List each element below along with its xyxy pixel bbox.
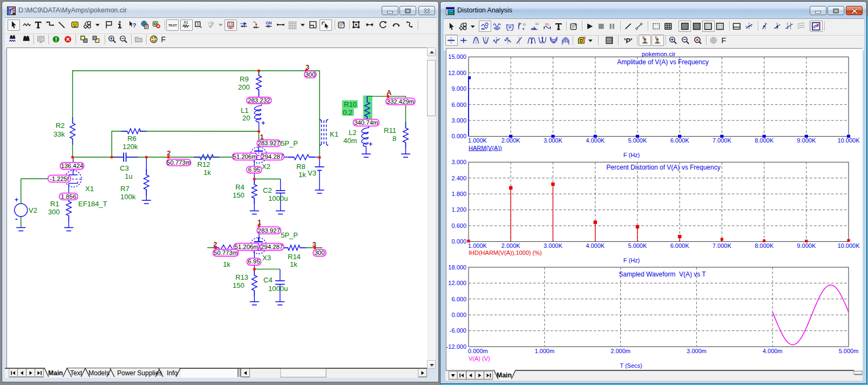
- svg-text:Text: Text: [70, 369, 83, 377]
- svg-text:R1: R1: [50, 200, 59, 208]
- svg-text:6.95: 6.95: [248, 258, 260, 265]
- svg-text:R6: R6: [127, 134, 137, 143]
- svg-text:'P': 'P': [624, 37, 632, 45]
- svg-text:C4: C4: [263, 276, 273, 284]
- svg-text:1.0: 1.0: [535, 22, 539, 25]
- svg-text:294.287: 294.287: [261, 244, 283, 250]
- svg-text:Sampled Waveform V(A) vs T: Sampled Waveform V(A) vs T: [619, 271, 706, 278]
- svg-text:1u: 1u: [125, 172, 132, 180]
- svg-text:283.927: 283.927: [258, 227, 280, 234]
- svg-text:0.000: 0.000: [451, 312, 466, 318]
- svg-text:L2: L2: [349, 129, 356, 137]
- svg-text:18.000: 18.000: [448, 264, 466, 271]
- svg-text:3.000: 3.000: [451, 159, 466, 165]
- svg-text:3.000m: 3.000m: [687, 348, 707, 354]
- svg-text:5.000m: 5.000m: [839, 348, 859, 354]
- svg-text:8.000K: 8.000K: [755, 137, 774, 144]
- svg-text:TEXT: TEXT: [168, 23, 177, 27]
- svg-text:1.000K: 1.000K: [468, 242, 487, 249]
- svg-text:0.600: 0.600: [451, 222, 466, 229]
- svg-text:1000u: 1000u: [268, 285, 288, 293]
- svg-text:120k: 120k: [123, 143, 138, 151]
- svg-text:9.000K: 9.000K: [797, 242, 816, 249]
- svg-text:4.000m: 4.000m: [763, 348, 783, 354]
- svg-text:12.000: 12.000: [448, 70, 466, 76]
- svg-text:5.000K: 5.000K: [628, 242, 647, 249]
- svg-text:15.000: 15.000: [448, 53, 466, 60]
- svg-text:R12: R12: [198, 160, 211, 168]
- svg-text:3: 3: [313, 240, 316, 248]
- svg-text:A: A: [386, 89, 392, 97]
- svg-text:2: 2: [213, 240, 217, 248]
- svg-text:C2: C2: [263, 186, 272, 194]
- svg-text:F: F: [721, 36, 726, 44]
- svg-text:33k: 33k: [53, 130, 65, 138]
- svg-text:340.74m: 340.74m: [354, 119, 378, 126]
- svg-text:Power Supplies: Power Supplies: [117, 369, 162, 377]
- svg-text:0.2: 0.2: [343, 109, 352, 117]
- svg-text:IHD(HARM(V(A)),1000) (%): IHD(HARM(V(A)),1000) (%): [469, 249, 542, 256]
- svg-text:4.000K: 4.000K: [586, 137, 605, 144]
- svg-text:F (Hz): F (Hz): [623, 152, 640, 158]
- svg-text:6.95: 6.95: [248, 166, 260, 173]
- svg-text:283.232: 283.232: [248, 97, 270, 104]
- svg-text:50.773m: 50.773m: [214, 249, 238, 256]
- svg-text:R9: R9: [240, 75, 249, 83]
- svg-text:Main: Main: [497, 372, 512, 379]
- svg-text:1.000m: 1.000m: [534, 348, 554, 354]
- svg-text:150: 150: [233, 191, 245, 199]
- svg-text:6.000K: 6.000K: [670, 137, 690, 144]
- svg-text:3.000: 3.000: [451, 117, 466, 124]
- svg-text:+: +: [15, 196, 18, 204]
- svg-text:8.000K: 8.000K: [755, 242, 774, 249]
- svg-text:F(): F(): [545, 23, 549, 26]
- svg-text:+: +: [369, 140, 372, 148]
- svg-text:0.000m: 0.000m: [468, 348, 488, 354]
- svg-text:R13: R13: [235, 273, 248, 281]
- svg-text:Amplitude of V(A) vs Frequency: Amplitude of V(A) vs Frequency: [617, 58, 708, 66]
- svg-text:2.000K: 2.000K: [501, 242, 521, 249]
- svg-text:12.000: 12.000: [448, 280, 466, 286]
- svg-text:10.000K: 10.000K: [838, 137, 860, 144]
- svg-text:Percent Distortion of V(A) vs: Percent Distortion of V(A) vs Frequency: [606, 164, 720, 171]
- svg-text:1.0: 1.0: [523, 23, 526, 26]
- svg-text:300: 300: [305, 71, 315, 78]
- svg-text:4.000K: 4.000K: [586, 242, 605, 249]
- svg-text:pokemon.cir: pokemon.cir: [642, 51, 676, 57]
- svg-text:1.800: 1.800: [451, 191, 466, 197]
- svg-text:-: -: [15, 214, 18, 223]
- svg-text:100k: 100k: [120, 193, 136, 201]
- svg-text:5.000K: 5.000K: [628, 137, 647, 144]
- svg-text:3: 3: [306, 63, 309, 71]
- svg-text:2: 2: [167, 149, 171, 157]
- svg-text:294.287: 294.287: [261, 153, 283, 160]
- svg-text:HARM(V(A)): HARM(V(A)): [469, 145, 502, 151]
- svg-text:40m: 40m: [343, 137, 357, 145]
- svg-text:1000u: 1000u: [268, 194, 288, 202]
- svg-text:5P_P: 5P_P: [281, 139, 298, 147]
- svg-text:1k: 1k: [223, 260, 230, 268]
- svg-text:Main: Main: [48, 369, 63, 377]
- svg-text:X1: X1: [85, 185, 94, 193]
- svg-text:200: 200: [238, 83, 250, 91]
- svg-text:6.000: 6.000: [451, 296, 466, 302]
- svg-text:1k: 1k: [299, 171, 306, 179]
- svg-text:9.000K: 9.000K: [797, 137, 816, 144]
- svg-text:51.206m: 51.206m: [233, 153, 256, 160]
- svg-text:R8: R8: [296, 163, 306, 171]
- svg-text:+: +: [261, 119, 265, 127]
- svg-text:1.200: 1.200: [451, 206, 466, 213]
- svg-text:9.000: 9.000: [451, 85, 466, 92]
- svg-text:R11: R11: [384, 126, 396, 134]
- svg-text:V(A) (V): V(A) (V): [469, 355, 490, 362]
- svg-text:13: 13: [229, 23, 233, 26]
- svg-text:3.000K: 3.000K: [544, 137, 563, 144]
- svg-text:R10: R10: [344, 100, 357, 109]
- svg-text:-1.225f: -1.225f: [50, 175, 69, 182]
- svg-text:1.856: 1.856: [61, 193, 77, 200]
- svg-text:R2: R2: [56, 121, 65, 130]
- svg-text:V3: V3: [308, 169, 316, 177]
- svg-text:Models: Models: [89, 369, 110, 377]
- svg-text:1k: 1k: [204, 168, 211, 177]
- svg-text:1k: 1k: [290, 260, 297, 268]
